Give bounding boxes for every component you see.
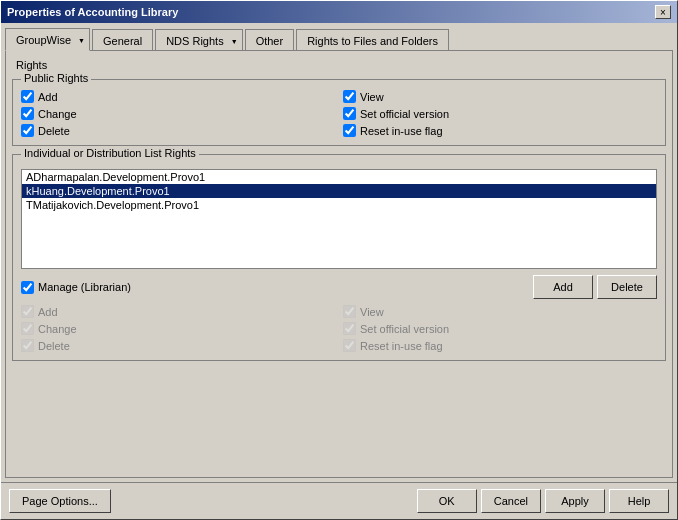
tab-general[interactable]: General: [92, 29, 153, 51]
ok-button[interactable]: OK: [417, 489, 477, 513]
checkbox-pub-delete[interactable]: Delete: [21, 124, 335, 137]
checkbox-pub-set-official[interactable]: Set official version: [343, 107, 657, 120]
individual-rights-group: Individual or Distribution List Rights A…: [12, 154, 666, 361]
checkbox-pub-change[interactable]: Change: [21, 107, 335, 120]
add-button[interactable]: Add: [533, 275, 593, 299]
checkbox-ind-set-official: Set official version: [343, 322, 657, 335]
checkbox-ind-change: Change: [21, 322, 335, 335]
tabs-container: GroupWise General NDS Rights Other Right…: [5, 27, 673, 50]
list-item[interactable]: kHuang.Development.Provo1: [22, 184, 656, 198]
tab-other[interactable]: Other: [245, 29, 295, 51]
individual-rights-title: Individual or Distribution List Rights: [21, 147, 199, 159]
sub-tab-label: Rights: [12, 57, 666, 73]
add-delete-buttons: Add Delete: [533, 275, 657, 299]
individuals-list[interactable]: ADharmapalan.Development.Provo1 kHuang.D…: [21, 169, 657, 269]
close-button[interactable]: ×: [655, 5, 671, 19]
delete-button[interactable]: Delete: [597, 275, 657, 299]
tab-panel: Rights Public Rights Add View Change: [5, 50, 673, 478]
tab-rights-files[interactable]: Rights to Files and Folders: [296, 29, 449, 51]
individual-rights-controls: Manage (Librarian) Add Delete: [21, 275, 657, 299]
help-button[interactable]: Help: [609, 489, 669, 513]
individual-checkboxes-disabled: Add View Change Set official versio: [21, 305, 657, 352]
list-item[interactable]: TMatijakovich.Development.Provo1: [22, 198, 656, 212]
list-item[interactable]: ADharmapalan.Development.Provo1: [22, 170, 656, 184]
checkbox-ind-view: View: [343, 305, 657, 318]
window-title: Properties of Accounting Library: [7, 6, 178, 18]
checkbox-ind-add: Add: [21, 305, 335, 318]
cancel-button[interactable]: Cancel: [481, 489, 541, 513]
public-rights-checkboxes: Add View Change Set official version: [21, 90, 657, 137]
checkbox-pub-reset[interactable]: Reset in-use flag: [343, 124, 657, 137]
page-options-button[interactable]: Page Options...: [9, 489, 111, 513]
public-rights-title: Public Rights: [21, 72, 91, 84]
checkbox-ind-delete: Delete: [21, 339, 335, 352]
tab-groupwise[interactable]: GroupWise: [5, 28, 90, 51]
public-rights-group: Public Rights Add View Change: [12, 79, 666, 146]
main-window: Properties of Accounting Library × Group…: [0, 0, 678, 520]
bottom-bar: Page Options... OK Cancel Apply Help: [1, 482, 677, 519]
checkbox-pub-view[interactable]: View: [343, 90, 657, 103]
apply-button[interactable]: Apply: [545, 489, 605, 513]
checkbox-manage[interactable]: Manage (Librarian): [21, 281, 131, 294]
manage-checkbox-container: Manage (Librarian): [21, 281, 131, 294]
tab-nds-rights[interactable]: NDS Rights: [155, 29, 242, 51]
title-bar: Properties of Accounting Library ×: [1, 1, 677, 23]
dialog-buttons: OK Cancel Apply Help: [417, 489, 669, 513]
checkbox-pub-add[interactable]: Add: [21, 90, 335, 103]
content-area: GroupWise General NDS Rights Other Right…: [1, 23, 677, 482]
individual-checkboxes-grid: Add View Change Set official versio: [21, 305, 657, 352]
checkbox-ind-reset: Reset in-use flag: [343, 339, 657, 352]
